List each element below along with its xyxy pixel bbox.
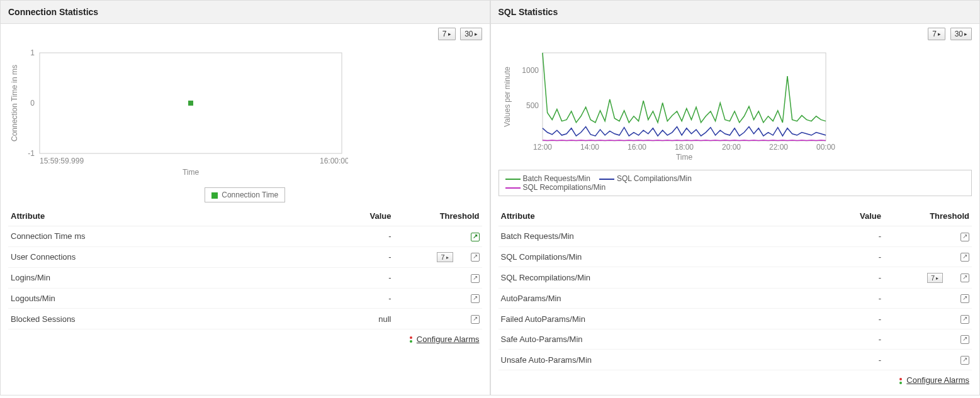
col-value: Value [808,206,884,226]
attr-cell: Batch Requests/Min [498,226,809,247]
col-attribute: Attribute [498,206,809,226]
attr-cell: Logouts/Min [8,288,318,309]
range-30-button[interactable]: 30 [950,28,972,40]
svg-text:14:00: 14:00 [580,143,599,152]
configure-alarms-link[interactable]: Configure Alarms [417,334,480,344]
svg-text:16:00:00.000: 16:00:00.000 [320,157,348,165]
range-7-button[interactable]: 7 [928,28,945,40]
alarm-status-icon [898,378,904,384]
table-row: Logins/Min- [8,268,482,289]
svg-text:16:00: 16:00 [627,143,646,152]
value-cell: - [808,329,884,350]
svg-text:Values per minute: Values per minute [503,67,512,127]
history-7-button[interactable]: 7 [927,273,943,283]
value-cell: null [318,309,394,329]
attr-cell: AutoParams/Min [498,288,809,309]
alarm-status-icon [408,336,414,343]
threshold-icon[interactable] [471,315,480,324]
legend-label: Connection Time [222,191,278,199]
threshold-icon[interactable] [471,253,480,262]
value-cell: - [318,288,394,309]
threshold-icon[interactable] [471,233,480,241]
threshold-cell [884,288,972,309]
svg-text:12:00: 12:00 [532,143,551,152]
attr-cell: Connection Time ms [8,226,318,247]
legend-marker-icon [211,192,218,199]
value-cell: - [318,246,394,268]
chart-legend-right: Batch Requests/MinSQL Compilations/MinSQ… [498,170,972,196]
threshold-cell [884,246,972,267]
sql-stats-table: Attribute Value Threshold Batch Requests… [498,206,972,370]
threshold-icon[interactable] [960,294,969,303]
threshold-icon[interactable] [471,274,480,283]
threshold-icon[interactable] [471,294,480,303]
threshold-cell [394,268,482,289]
threshold-icon[interactable] [960,315,969,324]
threshold-cell [884,309,972,329]
range-7-button[interactable]: 7 [438,28,456,40]
table-row: SQL Recompilations/Min-7 [498,267,972,289]
threshold-cell [884,329,972,350]
threshold-icon[interactable] [960,335,969,344]
value-cell: - [808,267,884,289]
svg-text:Time: Time [183,168,200,177]
legend-item: SQL Compilations/Min [599,174,692,183]
svg-text:00:00: 00:00 [816,143,835,152]
attr-cell: SQL Recompilations/Min [498,267,809,289]
svg-rect-8 [188,101,193,106]
svg-text:Connection Time in ms: Connection Time in ms [10,65,19,141]
col-value: Value [318,206,394,226]
table-row: User Connections-7 [8,246,482,268]
attr-cell: User Connections [8,246,318,268]
svg-text:-1: -1 [28,149,35,158]
panel-title-right: SQL Statistics [491,1,980,24]
value-cell: - [318,268,394,289]
table-row: Logouts/Min- [8,288,482,309]
svg-text:500: 500 [526,101,538,110]
table-row: Safe Auto-Params/Min- [498,329,972,350]
threshold-cell [394,226,482,247]
threshold-cell [394,288,482,309]
table-row: Failed AutoParams/Min- [498,309,972,329]
attr-cell: Logins/Min [8,268,318,289]
threshold-icon[interactable] [960,356,969,365]
table-row: Connection Time ms- [8,226,482,247]
attr-cell: Blocked Sessions [8,309,318,329]
svg-text:1: 1 [30,48,35,57]
attr-cell: Unsafe Auto-Params/Min [498,350,809,370]
threshold-icon[interactable] [960,233,969,241]
configure-alarms-link[interactable]: Configure Alarms [906,375,969,385]
legend-line-icon [599,179,614,180]
svg-text:22:00: 22:00 [769,143,787,152]
sql-stats-chart: 500100012:0014:0016:0018:0020:0022:0000:… [498,47,972,204]
svg-text:0: 0 [30,99,35,108]
chart-legend-left: Connection Time [205,187,285,202]
col-attribute: Attribute [8,206,318,226]
threshold-cell [394,309,482,329]
svg-text:Time: Time [675,153,692,162]
attr-cell: Failed AutoParams/Min [498,309,809,329]
panel-title-left: Connection Statistics [1,1,490,24]
threshold-cell [884,350,972,370]
threshold-icon[interactable] [960,274,969,282]
range-30-button[interactable]: 30 [460,28,482,40]
value-cell: - [808,226,884,247]
legend-line-icon [505,179,521,180]
legend-item: SQL Recompilations/Min [505,183,606,192]
svg-text:20:00: 20:00 [721,143,740,152]
table-row: SQL Compilations/Min- [498,246,972,267]
svg-text:15:59:59.999: 15:59:59.999 [40,157,84,165]
legend-item: Batch Requests/Min [505,174,590,183]
threshold-cell: 7 [394,246,482,268]
attr-cell: Safe Auto-Params/Min [498,329,809,350]
svg-text:18:00: 18:00 [674,143,693,152]
value-cell: - [808,350,884,370]
col-threshold: Threshold [394,206,482,226]
table-row: AutoParams/Min- [498,288,972,309]
history-7-button[interactable]: 7 [437,252,453,262]
threshold-cell: 7 [884,267,972,289]
threshold-icon[interactable] [960,253,969,262]
threshold-cell [884,226,972,247]
value-cell: - [808,246,884,267]
col-threshold: Threshold [884,206,972,226]
